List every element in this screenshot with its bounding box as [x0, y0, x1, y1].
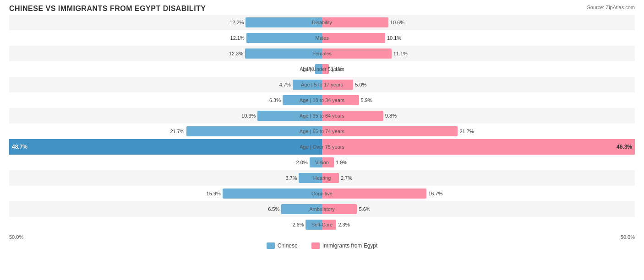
bar-right	[322, 204, 357, 214]
bar-left	[223, 188, 322, 199]
bar-value-right: 5.6%	[357, 206, 370, 212]
bar-left	[310, 157, 322, 167]
bar-right-section: 16.7%	[322, 186, 635, 201]
bar-right-section: 1.1%	[322, 61, 635, 77]
bottom-axis: 50.0% 50.0%	[9, 234, 635, 240]
chart-rows: 12.2%10.6%Disability12.1%10.1%Males12.3%…	[9, 15, 635, 232]
bar-value-right: 10.1%	[385, 35, 401, 41]
bar-left-section: 12.3%	[9, 46, 322, 61]
bar-left	[299, 173, 322, 183]
bar-left-section: 2.0%	[9, 155, 322, 170]
bar-value-right: 46.3%	[615, 144, 632, 150]
bar-value-right: 1.9%	[334, 160, 347, 165]
bar-value-right: 5.9%	[359, 97, 372, 103]
chart-row: 4.7%5.0%Age | 5 to 17 years	[9, 77, 635, 92]
chart-title: CHINESE VS IMMIGRANTS FROM EGYPT DISABIL…	[9, 5, 635, 13]
chart-row: 6.3%5.9%Age | 18 to 34 years	[9, 92, 635, 108]
bar-value-left: 2.0%	[296, 160, 310, 165]
chart-row: 2.0%1.9%Vision	[9, 155, 635, 170]
bar-value-right: 5.0%	[353, 82, 366, 87]
bar-left-section: 1.1%	[9, 61, 322, 77]
bar-right	[322, 64, 329, 74]
bar-left-section: 4.7%	[9, 77, 322, 92]
bar-right-section: 2.7%	[322, 170, 635, 186]
axis-left: 50.0%	[9, 234, 23, 240]
bar-value-right: 9.8%	[383, 113, 397, 118]
bar-right	[322, 157, 334, 167]
chart-row: 12.1%10.1%Males	[9, 30, 635, 46]
bar-value-left: 10.3%	[241, 113, 257, 118]
bar-right	[322, 126, 458, 136]
bar-left	[246, 33, 322, 43]
bar-right-section: 2.3%	[322, 217, 635, 232]
source-text: Source: ZipAtlas.com	[587, 5, 635, 10]
bar-right	[322, 17, 388, 27]
bar-right	[322, 188, 426, 199]
bar-left-section: 3.7%	[9, 170, 322, 186]
legend-label-chinese: Chinese	[278, 242, 298, 249]
chart-row: 48.7%46.3%Age | Over 75 years	[9, 139, 635, 155]
bar-left-section: 6.3%	[9, 92, 322, 108]
bar-value-left: 21.7%	[170, 129, 186, 134]
bar-right-section: 5.9%	[322, 92, 635, 108]
bar-left	[281, 204, 322, 214]
bar-value-right: 21.7%	[458, 129, 474, 134]
axis-right: 50.0%	[621, 234, 635, 240]
chart-row: 10.3%9.8%Age | 35 to 64 years	[9, 108, 635, 124]
bar-value-right: 1.1%	[329, 66, 342, 72]
bar-left	[186, 126, 322, 136]
bar-right-section: 5.6%	[322, 201, 635, 217]
chart-row: 12.3%11.1%Females	[9, 46, 635, 61]
legend-swatch-immigrants	[311, 242, 320, 249]
bar-right-section: 10.6%	[322, 15, 635, 30]
bar-left-section: 48.7%	[9, 139, 322, 155]
chart-row: 21.7%21.7%Age | 65 to 74 years	[9, 124, 635, 139]
chart-row: 3.7%2.7%Hearing	[9, 170, 635, 186]
chart-row: 2.6%2.3%Self-Care	[9, 217, 635, 232]
bar-left	[293, 80, 322, 90]
bar-right	[322, 173, 339, 183]
bar-value-right: 2.3%	[336, 222, 349, 227]
legend-item-chinese: Chinese	[267, 242, 298, 249]
bar-left	[283, 95, 322, 105]
bar-left-section: 2.6%	[9, 217, 322, 232]
bar-right-section: 21.7%	[322, 124, 635, 139]
chart-row: 6.5%5.6%Ambulatory	[9, 201, 635, 217]
bar-left	[257, 111, 322, 121]
bar-left	[306, 220, 322, 230]
bar-right-section: 11.1%	[322, 46, 635, 61]
bar-value-right: 16.7%	[426, 191, 442, 196]
chart-row: 15.9%16.7%Cognitive	[9, 186, 635, 201]
bar-left-section: 6.5%	[9, 201, 322, 217]
chart-container: CHINESE VS IMMIGRANTS FROM EGYPT DISABIL…	[0, 0, 644, 280]
legend-item-immigrants: Immigrants from Egypt	[311, 242, 378, 249]
bar-left-section: 21.7%	[9, 124, 322, 139]
chart-row: 1.1%1.1%Age | Under 5 years	[9, 61, 635, 77]
bar-value-left: 12.1%	[230, 35, 246, 41]
bar-value-left: 3.7%	[285, 175, 299, 181]
bar-value-left: 12.3%	[229, 51, 245, 56]
bar-right	[322, 111, 383, 121]
bar-right	[322, 48, 392, 59]
bar-right-section: 1.9%	[322, 155, 635, 170]
bar-right-section: 46.3%	[322, 139, 635, 155]
bar-right	[322, 220, 336, 230]
bar-right	[322, 33, 385, 43]
chart-row: 12.2%10.6%Disability	[9, 15, 635, 30]
legend-label-immigrants: Immigrants from Egypt	[322, 242, 378, 249]
bar-value-left: 6.3%	[269, 97, 283, 103]
bar-right-section: 9.8%	[322, 108, 635, 124]
bar-value-left: 6.5%	[268, 206, 281, 212]
bar-left-section: 10.3%	[9, 108, 322, 124]
bar-right	[322, 95, 359, 105]
bar-left-section: 15.9%	[9, 186, 322, 201]
bar-value-right: 11.1%	[392, 51, 408, 56]
bar-value-left: 48.7%	[12, 144, 29, 150]
bar-value-left: 1.1%	[302, 66, 315, 72]
bar-left	[315, 64, 322, 74]
bar-left	[246, 17, 322, 27]
bar-right	[322, 80, 353, 90]
legend-swatch-chinese	[267, 242, 275, 249]
bar-value-left: 2.6%	[292, 222, 306, 227]
bar-value-left: 4.7%	[279, 82, 293, 87]
